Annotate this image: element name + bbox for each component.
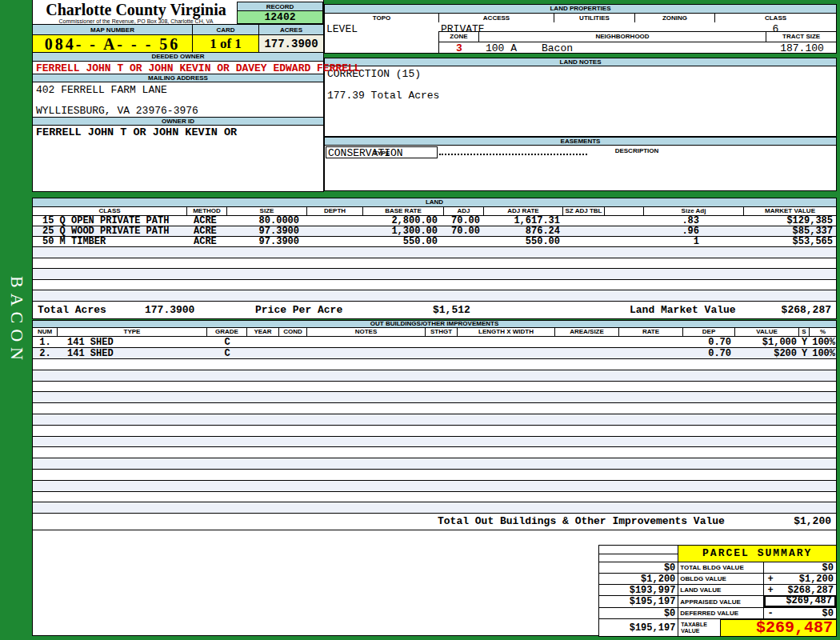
easements-title: EASEMENTS bbox=[325, 138, 836, 146]
ob-col-pct-comp: % COMP bbox=[810, 328, 836, 336]
easement-description-label: DESCRIPTION bbox=[438, 147, 836, 154]
card-label: CARD bbox=[193, 24, 259, 35]
col-access: ACCESS bbox=[439, 14, 554, 22]
land-row: 50 M TIMBERACRE 97.3900 550.00 550.00 1 … bbox=[33, 236, 836, 246]
parcel-prev-header bbox=[599, 546, 678, 562]
out-buildings-header: NUM TYPE GRADE YEAR COND NOTES STHGT LEN… bbox=[33, 328, 836, 336]
land-col-blank bbox=[605, 207, 644, 215]
land-empty-rows bbox=[33, 246, 836, 301]
total-acres-label: Total Acres bbox=[38, 302, 106, 318]
ob-col-cond: COND bbox=[279, 328, 307, 336]
land-market-value: $268,287 bbox=[737, 302, 834, 318]
owner-id-label: OWNER ID bbox=[33, 117, 323, 126]
acres-label: ACRES bbox=[259, 24, 323, 35]
parcel-summary: PARCEL SUMMARY $0 TOTAL BLDG VALUE $0 $1… bbox=[598, 545, 837, 637]
ob-col-s: S bbox=[799, 328, 810, 336]
ob-col-num: NUM bbox=[33, 328, 58, 336]
map-number-label: MAP NUMBER bbox=[33, 24, 193, 35]
empty-row bbox=[33, 491, 836, 502]
map-number-value: 084- - A- - - 56 bbox=[33, 35, 193, 53]
price-per-acre-value: $1,512 bbox=[433, 302, 470, 318]
topo-value: LEVEL bbox=[326, 23, 358, 35]
col-zoning: ZONING bbox=[635, 14, 715, 22]
county-subtitle: Commissioner of the Revenue, PO Box 308,… bbox=[33, 18, 239, 24]
ob-col-rate: RATE bbox=[619, 328, 683, 336]
land-col-sz-adj-tbl: SZ ADJ TBL bbox=[563, 207, 605, 215]
price-per-acre-label: Price Per Acre bbox=[255, 302, 342, 318]
record-label: RECORD bbox=[237, 2, 323, 11]
land-row: 15 Q OPEN PRIVATE PATHACRE 80.0000 2,800… bbox=[33, 215, 836, 226]
acres-value: 177.3900 bbox=[259, 35, 323, 53]
parcel-row: $1,200 OBLDG VALUE + $1,200 bbox=[599, 573, 836, 584]
land-note-line2: 177.39 Total Acres bbox=[327, 90, 439, 102]
out-buildings-total-row: Total Out Buildings & Other Improvements… bbox=[33, 513, 836, 530]
empty-row bbox=[33, 480, 836, 491]
out-buildings-total-label: Total Out Buildings & Other Improvements… bbox=[438, 514, 725, 530]
address-line2: WYLLIESBURG, VA 23976-3976 bbox=[36, 105, 198, 117]
easement-type-cell: TYPE CONSERVATION bbox=[326, 146, 438, 158]
sidebar-neighborhood-label: BACON bbox=[6, 276, 27, 366]
parcel-row: $0 TOTAL BLDG VALUE $0 bbox=[599, 562, 836, 573]
out-buildings-total-value: $1,200 bbox=[737, 514, 834, 530]
tract-size-value: 187.100 bbox=[767, 42, 837, 54]
empty-row bbox=[33, 258, 836, 269]
ob-col-sthgt: STHGT bbox=[426, 328, 458, 336]
empty-row bbox=[33, 425, 836, 436]
taxable-value-label: TAXABLE VALUE bbox=[678, 618, 721, 636]
empty-row bbox=[33, 391, 836, 402]
deeded-owner-label: DEEDED OWNER bbox=[33, 53, 323, 62]
deeded-owner-value: FERRELL JOHN T OR JOHN KEVIN OR DAVEY ED… bbox=[36, 62, 361, 74]
empty-row bbox=[33, 469, 836, 480]
county-title: Charlotte County Virginia bbox=[33, 1, 239, 19]
parcel-row: $193,997 LAND VALUE + $268,287 bbox=[599, 584, 836, 595]
neighborhood-label: NEIGHBORHOOD bbox=[479, 32, 766, 42]
land-properties-title: LAND PROPERTIES bbox=[325, 5, 836, 14]
empty-row bbox=[33, 458, 836, 469]
col-utilities: UTILITIES bbox=[554, 14, 635, 22]
mailing-address-label: MAILING ADDRESS bbox=[33, 74, 323, 82]
empty-row bbox=[33, 502, 836, 513]
tract-size-label: TRACT SIZE bbox=[766, 32, 836, 42]
land-col-adj: ADJ bbox=[444, 207, 484, 215]
card-value: 1 of 1 bbox=[193, 35, 259, 53]
land-col-adj-rate: ADJ RATE bbox=[484, 207, 563, 215]
neighborhood-name: Bacon bbox=[542, 42, 573, 54]
empty-row bbox=[33, 279, 836, 290]
out-building-row: 1.141 SHED C 0.70$1,000 Y100% bbox=[33, 336, 836, 347]
parcel-summary-title: PARCEL SUMMARY bbox=[678, 546, 836, 562]
out-buildings-empty-rows bbox=[33, 358, 836, 513]
land-col-base-rate: BASE RATE bbox=[363, 207, 444, 215]
zone-subtable: ZONE NEIGHBORHOOD TRACT SIZE 3 100 A Bac… bbox=[438, 31, 836, 53]
land-col-size: SIZE bbox=[227, 207, 307, 215]
header-card: Charlotte County Virginia Commissioner o… bbox=[32, 0, 324, 192]
land-market-value-label: Land Market Value bbox=[630, 302, 736, 318]
empty-row bbox=[33, 370, 836, 381]
land-row: 25 Q WOOD PRIVATE PATHACRE 97.3900 1,300… bbox=[33, 226, 836, 236]
parcel-record-card: BACON Charlotte County Virginia Commissi… bbox=[0, 0, 840, 640]
land-col-size-adj: Size Adj bbox=[644, 207, 744, 215]
zone-label: ZONE bbox=[439, 32, 479, 42]
ob-col-year: YEAR bbox=[247, 328, 279, 336]
zone-value: 3 bbox=[439, 42, 479, 54]
land-notes-panel: LAND NOTES CORRECTION (15) 177.39 Total … bbox=[324, 58, 837, 137]
col-class: CLASS bbox=[715, 14, 836, 22]
easement-type-value: CONSERVATION bbox=[328, 147, 403, 159]
out-buildings-title: OUT BUILDINGS/OTHER IMPROVEMENTS bbox=[33, 321, 836, 328]
col-topo: TOPO bbox=[325, 14, 439, 22]
owner-id-value: FERRELL JOHN T OR JOHN KEVIN OR bbox=[36, 126, 237, 138]
empty-row bbox=[33, 414, 836, 425]
land-col-depth: DEPTH bbox=[307, 207, 363, 215]
land-col-market-value: MARKET VALUE bbox=[744, 207, 836, 215]
empty-row bbox=[33, 446, 836, 458]
easements-panel: EASEMENTS TYPE CONSERVATION DESCRIPTION bbox=[324, 137, 837, 191]
ob-col-area-size: AREA/SIZE bbox=[555, 328, 619, 336]
neighborhood-code: 100 A bbox=[486, 42, 517, 54]
empty-row bbox=[33, 402, 836, 414]
empty-row bbox=[33, 381, 836, 392]
land-table: LAND CLASS METHOD SIZE DEPTH BASE RATE A… bbox=[32, 198, 837, 319]
ob-col-length-width: LENGTH X WIDTH bbox=[458, 328, 555, 336]
ob-col-value: VALUE bbox=[735, 328, 799, 336]
land-totals-row: Total Acres 177.3900 Price Per Acre $1,5… bbox=[33, 301, 836, 318]
ob-col-dep: DEP bbox=[683, 328, 735, 336]
parcel-row-taxable: $195,197 TAXABLE VALUE $269,487 bbox=[599, 618, 836, 636]
